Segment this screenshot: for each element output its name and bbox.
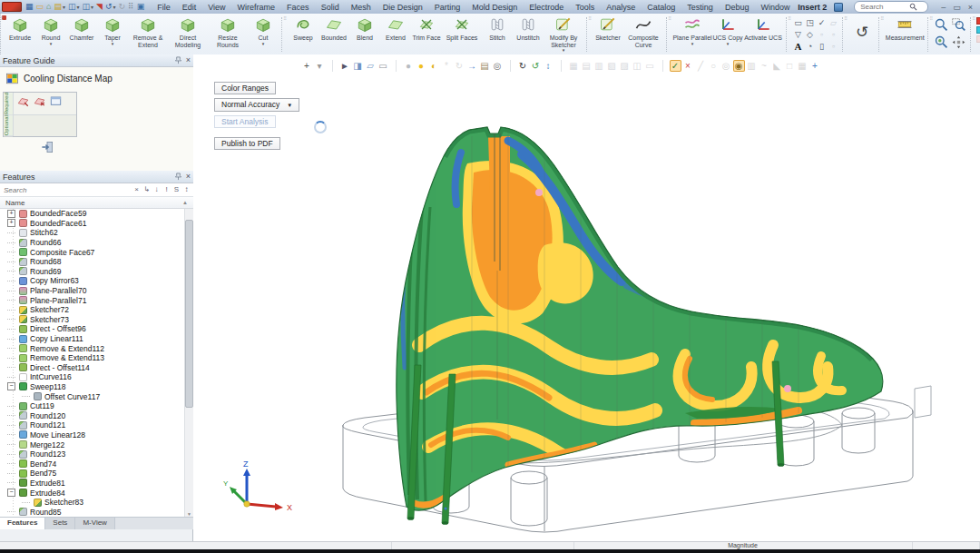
ribbon-composite-curve-button[interactable]: Composite Curve [623, 15, 663, 48]
titlebar-search[interactable] [854, 1, 928, 13]
tree-item-extrude81[interactable]: Extrude81 [0, 479, 185, 489]
annotation-tool-icon[interactable]: ▭ [792, 17, 804, 29]
tab-features[interactable]: Features [0, 518, 45, 529]
home-icon[interactable]: ⌂ [46, 2, 51, 12]
ribbon-remove-extend-button[interactable]: Remove & Extend [128, 15, 168, 48]
pick-seed-faces-icon[interactable] [33, 94, 46, 112]
menu-faces[interactable]: Faces [287, 3, 309, 12]
pin-icon[interactable] [174, 173, 182, 181]
tree-item-round121[interactable]: Round121 [0, 420, 185, 430]
ribbon-blend-button[interactable]: Blend [349, 15, 380, 42]
tree-item-copy-mirror63[interactable]: Copy Mirror63 [0, 276, 185, 286]
tree-item-round120[interactable]: Round120 [0, 410, 185, 420]
tree-item-cut119[interactable]: Cut119 [0, 401, 185, 411]
ribbon-sketcher-button[interactable]: Sketcher [593, 15, 623, 42]
menu-parting[interactable]: Parting [435, 3, 461, 12]
tree-item-merge122[interactable]: Merge122 [0, 439, 185, 449]
tab-m-view[interactable]: M-View [75, 518, 115, 529]
annotation-tool-icon[interactable]: ▱ [828, 17, 839, 29]
tree-scrollbar[interactable]: ▼ [184, 209, 193, 517]
pin-icon[interactable]: ◥ [96, 2, 103, 12]
menu-die-design[interactable]: Die Design [383, 3, 423, 12]
annotation-tool-icon[interactable]: ▫ [828, 41, 839, 53]
menu-debug[interactable]: Debug [725, 3, 750, 12]
tree-item-sweep118[interactable]: −Sweep118 [0, 382, 185, 392]
pan-icon[interactable] [951, 35, 967, 51]
expand-icon[interactable]: + [7, 210, 15, 218]
tree-item-sketcher72[interactable]: Sketcher72 [0, 305, 185, 315]
range-settings-icon[interactable] [49, 94, 63, 112]
model-3d-scene[interactable]: Z X Y [193, 54, 980, 541]
window-layout-alt-icon[interactable]: ◫▾ [83, 2, 94, 13]
menu-analyse[interactable]: Analyse [606, 3, 635, 12]
ribbon-modify-by-sketcher-button[interactable]: Modify By Sketcher▾ [544, 15, 583, 52]
ribbon-extrude-button[interactable]: Extrude [5, 15, 35, 42]
scrollbar-thumb[interactable] [185, 220, 193, 408]
sort-alpha-icon[interactable]: S [172, 184, 181, 195]
collapse-icon[interactable]: − [7, 382, 15, 390]
ribbon-round-button[interactable]: Round▾ [35, 15, 66, 45]
collapse-all-icon[interactable]: ↳ [142, 184, 152, 195]
tree-item-sketcher73[interactable]: Sketcher73 [0, 315, 185, 325]
app-logo-icon[interactable] [2, 2, 22, 12]
monitor-icon[interactable]: ▣ [137, 2, 145, 12]
ribbon-split-faces-button[interactable]: Split Faces [442, 15, 482, 42]
ribbon-extend-button[interactable]: Extend [380, 15, 411, 42]
close-icon[interactable]: × [186, 173, 191, 181]
tree-item-sketcher83[interactable]: Sketcher83 [0, 498, 185, 508]
ribbon-direct-modeling-button[interactable]: Direct Modeling [168, 15, 208, 48]
annotation-tool-icon[interactable]: ✓ [816, 17, 828, 29]
annotation-tool-icon[interactable]: ▫ [828, 29, 839, 41]
tree-item-remove-extend113[interactable]: Remove & Extend113 [0, 353, 185, 363]
menu-testing[interactable]: Testing [687, 3, 713, 12]
tree-column-header[interactable]: Name ▲ [0, 197, 193, 209]
annotation-tool-icon[interactable]: ▽ [792, 29, 804, 41]
annotation-tool-icon[interactable]: ◇ [804, 29, 816, 41]
pin-icon[interactable] [174, 56, 182, 64]
sort-history-icon[interactable]: ↓ [152, 184, 162, 195]
menu-electrode[interactable]: Electrode [529, 3, 564, 12]
ribbon-resize-rounds-button[interactable]: Resize Rounds [208, 15, 248, 48]
zoom-icon[interactable] [934, 17, 950, 34]
tree-item-intcurve116[interactable]: IntCurve116 [0, 372, 185, 382]
scroll-sync-icon[interactable]: ↕ [181, 184, 191, 195]
search-input[interactable] [858, 2, 909, 12]
tree-item-copy-linear111[interactable]: Copy Linear111 [0, 334, 185, 344]
tree-item-boundedface59[interactable]: +BoundedFace59 [0, 209, 185, 219]
ribbon-activate-ucs-button[interactable]: Activate UCS [743, 15, 783, 42]
zoom-select-icon[interactable] [934, 35, 950, 51]
menu-tools[interactable]: Tools [575, 3, 594, 12]
window-minimize-icon[interactable]: – [941, 3, 946, 12]
tree-item-plane-parallel70[interactable]: Plane-Parallel70 [0, 286, 185, 296]
annotation-tool-icon[interactable]: ▯ [816, 41, 828, 53]
window-layout-icon[interactable]: ◫▾ [68, 2, 80, 13]
redo-icon[interactable]: ↻ [119, 2, 126, 12]
tree-item-offset-curve117[interactable]: Offset Curve117 [0, 391, 185, 401]
tab-sets[interactable]: Sets [45, 518, 75, 529]
ribbon-bounded-button[interactable]: Bounded [318, 15, 349, 42]
tree-item-remove-extend112[interactable]: Remove & Extend112 [0, 343, 185, 353]
tree-item-direct-offset114[interactable]: Direct - Offset114 [0, 363, 185, 373]
color-swatch[interactable] [976, 17, 980, 25]
undo-icon[interactable]: ↺▾ [105, 2, 116, 13]
tree-item-bend74[interactable]: Bend74 [0, 459, 185, 469]
annotation-tool-icon[interactable]: ◳ [804, 17, 816, 29]
template-library-icon[interactable]: ▤▾ [54, 2, 65, 13]
tree-item-round69[interactable]: Round69 [0, 267, 185, 277]
window-restore-icon[interactable]: ▭ [953, 3, 961, 12]
tree-item-plane-parallel71[interactable]: Plane-Parallel71 [0, 295, 185, 305]
scroll-up-icon[interactable]: ▲ [182, 200, 188, 205]
tree-item-round85[interactable]: Round85 [0, 507, 185, 517]
ribbon-plane-parallel-button[interactable]: Plane Parallel▾ [672, 15, 712, 45]
tree-item-direct-offset96[interactable]: Direct - Offset96 [0, 324, 185, 334]
ribbon-sweep-button[interactable]: Sweep [288, 15, 318, 42]
menu-mold-design[interactable]: Mold Design [472, 3, 517, 12]
ribbon-unstitch-button[interactable]: Unstitch [513, 15, 544, 42]
collapse-icon[interactable]: − [7, 489, 15, 497]
ribbon-trim-face-button[interactable]: Trim Face [411, 15, 442, 42]
tree-item-round68[interactable]: Round68 [0, 257, 185, 267]
viewport[interactable]: +▾►◨▱▭●●◐*↻→▤◎↻↺↕▦▤▥▧▨◫▭✓×╱○◎◉▥~◣□▦+ Col… [193, 54, 980, 541]
ribbon-measurement-button[interactable]: Measurement [885, 15, 925, 42]
shoe-last-heatmap[interactable] [381, 118, 898, 527]
zoom-window-icon[interactable] [951, 17, 967, 34]
